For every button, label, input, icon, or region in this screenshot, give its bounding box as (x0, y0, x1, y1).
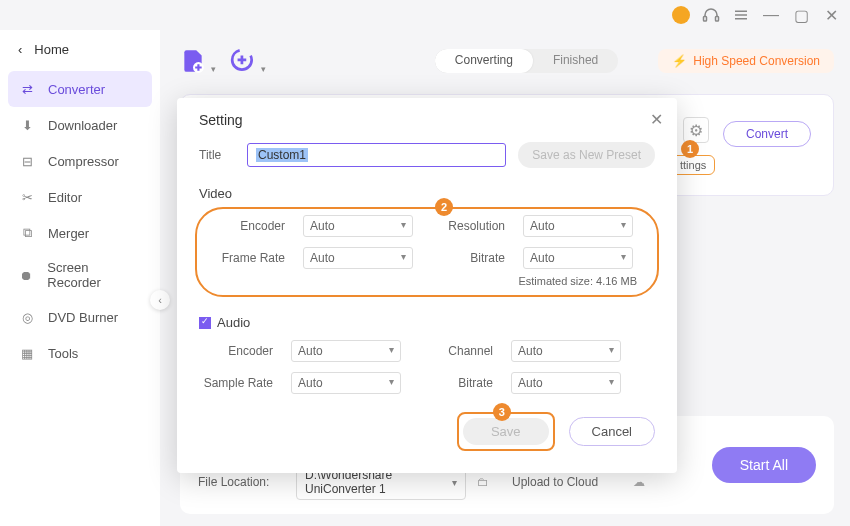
add-file-icon[interactable] (180, 48, 206, 74)
select-value: Auto (530, 219, 555, 233)
record-icon: ⏺ (18, 266, 35, 284)
back-label: Home (34, 42, 69, 57)
maximize-icon[interactable]: ▢ (792, 6, 810, 24)
file-location-label: File Location: (198, 475, 288, 489)
annotation-badge-2: 2 (435, 198, 453, 216)
upload-cloud-label: Upload to Cloud (512, 475, 622, 489)
sidebar-item-compressor[interactable]: ⊟Compressor (0, 143, 160, 179)
toolbar: Converting Finished ⚡High Speed Conversi… (180, 38, 834, 84)
save-annotation-frame: 3 Save (457, 412, 555, 451)
sidebar-item-merger[interactable]: ⧉Merger (0, 215, 160, 251)
avatar[interactable] (672, 6, 690, 24)
sidebar-item-tools[interactable]: ▦Tools (0, 335, 160, 371)
annotation-badge-3: 3 (493, 403, 511, 421)
sidebar-item-label: Editor (48, 190, 82, 205)
sidebar-item-label: Compressor (48, 154, 119, 169)
audio-section-title: Audio (199, 315, 655, 330)
cloud-icon[interactable]: ☁ (630, 475, 648, 489)
sidebar-item-converter[interactable]: ⇄Converter (8, 71, 152, 107)
samplerate-select[interactable]: Auto (291, 372, 401, 394)
tab-finished[interactable]: Finished (533, 49, 618, 73)
back-home[interactable]: ‹ Home (0, 38, 160, 71)
close-icon[interactable]: ✕ (650, 110, 663, 129)
title-input-value: Custom1 (256, 148, 308, 162)
channel-label: Channel (419, 344, 493, 358)
audio-encoder-select[interactable]: Auto (291, 340, 401, 362)
folder-icon[interactable]: 🗀 (474, 475, 492, 489)
samplerate-label: Sample Rate (199, 376, 273, 390)
resolution-select[interactable]: Auto (523, 215, 633, 237)
title-field-label: Title (199, 148, 235, 162)
video-bitrate-label: Bitrate (431, 251, 505, 265)
select-value: Auto (298, 376, 323, 390)
titlebar: — ▢ ✕ (0, 0, 850, 30)
chevron-left-icon: ‹ (18, 42, 22, 57)
audio-bitrate-label: Bitrate (419, 376, 493, 390)
save-button[interactable]: Save (463, 418, 549, 445)
sidebar-item-label: Tools (48, 346, 78, 361)
merge-icon: ⧉ (18, 224, 36, 242)
sidebar-item-downloader[interactable]: ⬇Downloader (0, 107, 160, 143)
sidebar-item-label: Screen Recorder (47, 260, 142, 290)
sidebar-item-label: Merger (48, 226, 89, 241)
save-preset-button[interactable]: Save as New Preset (518, 142, 655, 168)
settings-annotation: ttings (671, 155, 715, 175)
svg-rect-0 (704, 17, 707, 22)
sidebar-item-label: Downloader (48, 118, 117, 133)
video-bitrate-select[interactable]: Auto (523, 247, 633, 269)
scissors-icon: ✂ (18, 188, 36, 206)
tab-converting[interactable]: Converting (435, 49, 533, 73)
sidebar-item-label: Converter (48, 82, 105, 97)
select-value: Auto (310, 219, 335, 233)
sidebar-item-label: DVD Burner (48, 310, 118, 325)
start-all-button[interactable]: Start All (712, 447, 816, 483)
grid-icon: ▦ (18, 344, 36, 362)
sidebar-item-dvd-burner[interactable]: ◎DVD Burner (0, 299, 160, 335)
audio-checkbox[interactable] (199, 317, 211, 329)
download-icon: ⬇ (18, 116, 36, 134)
modal-title: Setting (199, 112, 655, 128)
close-window-icon[interactable]: ✕ (822, 6, 840, 24)
convert-button[interactable]: Convert (723, 121, 811, 147)
audio-label: Audio (217, 315, 250, 330)
sidebar-item-screen-recorder[interactable]: ⏺Screen Recorder (0, 251, 160, 299)
estimated-size: Estimated size: 4.16 MB (211, 275, 643, 287)
encoder-label: Encoder (211, 219, 285, 233)
select-value: Auto (310, 251, 335, 265)
menu-icon[interactable] (732, 6, 750, 24)
settings-gear-icon[interactable]: ⚙ (683, 117, 709, 143)
headset-icon[interactable] (702, 6, 720, 24)
select-value: Auto (298, 344, 323, 358)
channel-select[interactable]: Auto (511, 340, 621, 362)
select-value: Auto (518, 376, 543, 390)
video-encoder-select[interactable]: Auto (303, 215, 413, 237)
compress-icon: ⊟ (18, 152, 36, 170)
settings-modal: Setting ✕ Title Custom1 Save as New Pres… (177, 98, 677, 473)
sidebar: ‹ Home ⇄Converter ⬇Downloader ⊟Compresso… (0, 30, 160, 526)
sidebar-item-editor[interactable]: ✂Editor (0, 179, 160, 215)
disc-icon: ◎ (18, 308, 36, 326)
select-value: Auto (530, 251, 555, 265)
converter-icon: ⇄ (18, 80, 36, 98)
bolt-icon: ⚡ (672, 54, 687, 68)
framerate-label: Frame Rate (211, 251, 285, 265)
minimize-icon[interactable]: — (762, 6, 780, 24)
high-speed-badge[interactable]: ⚡High Speed Conversion (658, 49, 834, 73)
tab-group: Converting Finished (435, 49, 618, 73)
framerate-select[interactable]: Auto (303, 247, 413, 269)
high-speed-label: High Speed Conversion (693, 54, 820, 68)
video-section-title: Video (199, 186, 655, 201)
audio-settings-group: Encoder Auto Channel Auto Sample Rate Au… (199, 340, 655, 394)
collapse-sidebar-icon[interactable]: ‹ (150, 290, 170, 310)
resolution-label: Resolution (431, 219, 505, 233)
annotation-badge-1: 1 (681, 140, 699, 158)
title-input[interactable]: Custom1 (247, 143, 506, 167)
add-url-icon[interactable] (230, 48, 256, 74)
video-settings-group: 2 Encoder Auto Resolution Auto Frame Rat… (195, 207, 659, 297)
select-value: Auto (518, 344, 543, 358)
cancel-button[interactable]: Cancel (569, 417, 655, 446)
audio-bitrate-select[interactable]: Auto (511, 372, 621, 394)
svg-rect-1 (716, 17, 719, 22)
audio-encoder-label: Encoder (199, 344, 273, 358)
